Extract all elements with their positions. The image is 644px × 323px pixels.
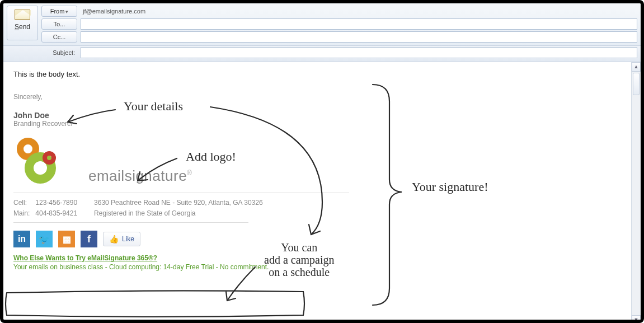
scroll-down-icon[interactable]: ▼ <box>632 315 641 323</box>
twitter-icon[interactable]: 🐦 <box>36 231 53 247</box>
social-row: in 🐦 ▩ f 👍 Like <box>13 231 631 247</box>
header-fields: From▾ jf@emailsignature.com To... Cc... <box>41 6 637 44</box>
promo-link[interactable]: Who Else Wants to Try eMailSignature 365… <box>13 254 631 262</box>
like-button[interactable]: 👍 Like <box>103 232 140 246</box>
message-body[interactable]: This is the body text. Sincerely, John D… <box>3 62 641 279</box>
sender-name: John Doe <box>13 111 631 120</box>
contact-block: Cell: 123-456-7890 Main: 404-835-9421 36… <box>13 198 631 219</box>
logo-row: emailsignature® <box>13 137 631 185</box>
promo-subtitle: Your emails on business class - Cloud co… <box>13 263 631 271</box>
logo-icon <box>13 137 81 185</box>
scroll-thumb[interactable] <box>633 73 640 95</box>
body-text: This is the body text. <box>13 70 631 78</box>
rss-icon[interactable]: ▩ <box>58 231 75 247</box>
to-input[interactable] <box>81 18 637 30</box>
divider <box>13 193 349 193</box>
cc-input[interactable] <box>81 31 637 43</box>
subject-input[interactable] <box>81 47 637 58</box>
to-button[interactable]: To... <box>41 18 77 30</box>
message-body-area[interactable]: ⤢ ▲ ▼ This is the body text. Sincerely, … <box>3 62 641 323</box>
vertical-scrollbar[interactable]: ▲ ▼ <box>631 62 641 323</box>
compose-header: Send From▾ jf@emailsignature.com To... C… <box>3 3 641 46</box>
subject-label: Subject: <box>41 49 77 56</box>
from-value: jf@emailsignature.com <box>81 8 145 15</box>
facebook-icon[interactable]: f <box>81 231 97 247</box>
linkedin-icon[interactable]: in <box>13 231 30 247</box>
divider <box>13 222 248 223</box>
scroll-up-icon[interactable]: ▲ <box>632 62 641 72</box>
envelope-icon <box>15 10 30 20</box>
send-button[interactable]: Send <box>7 6 38 40</box>
send-label: Send <box>15 23 30 31</box>
sender-title: Branding Recoverer <box>13 120 631 128</box>
subject-row: Subject: <box>3 46 641 62</box>
closing: Sincerely, <box>13 93 631 101</box>
cc-button[interactable]: Cc... <box>41 31 77 43</box>
thumbs-up-icon: 👍 <box>109 235 119 244</box>
brand-text: emailsignature® <box>88 167 192 185</box>
from-button[interactable]: From▾ <box>41 6 77 17</box>
